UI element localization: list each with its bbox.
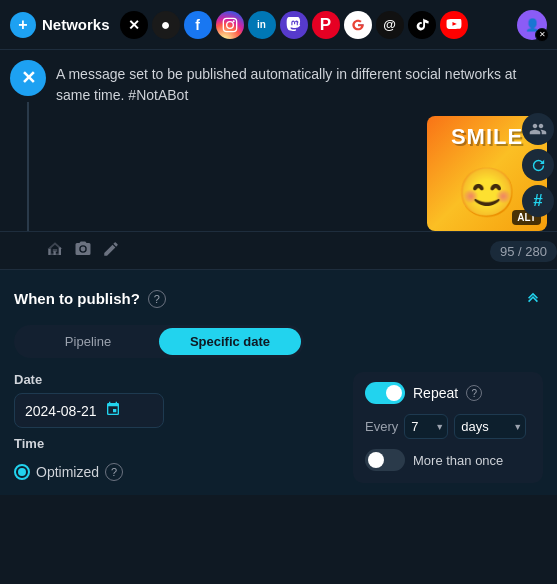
svg-rect-0 [223, 18, 236, 31]
date-field-group: Date 2024-08-21 [14, 372, 164, 428]
repeat-toggle-row: Repeat ? [365, 382, 531, 404]
smile-image-title: SMILE [451, 124, 523, 150]
repeat-toggle[interactable] [365, 382, 405, 404]
repeat-section: Repeat ? Every 7 1 2 3 14 30 ▼ [353, 372, 543, 483]
network-icon-linkedin[interactable]: in [248, 11, 276, 39]
more-than-once-label: More than once [413, 453, 503, 468]
networks-label: Networks [42, 16, 110, 33]
every-num-select[interactable]: 7 1 2 3 14 30 [404, 414, 448, 439]
compose-message-text: A message set to be published automatica… [56, 60, 547, 110]
compose-toolbar: 95 / 280 [0, 231, 557, 269]
svg-rect-3 [48, 249, 50, 255]
svg-rect-4 [54, 251, 56, 255]
calendar-icon [105, 401, 121, 420]
publish-title: When to publish? [14, 290, 140, 307]
network-icon-pinterest[interactable]: P [312, 11, 340, 39]
publish-collapse-button[interactable] [523, 286, 543, 311]
compose-avatar: ✕ [10, 60, 46, 96]
more-than-once-toggle[interactable] [365, 449, 405, 471]
sidebar-people-button[interactable] [522, 113, 554, 145]
time-field-group: Time Optimized ? [14, 436, 164, 481]
publish-tab-toggle: Pipeline Specific date [14, 325, 304, 358]
more-than-once-knob [368, 452, 384, 468]
compose-main-content: A message set to be published automatica… [56, 60, 547, 231]
svg-point-2 [232, 20, 234, 22]
every-row: Every 7 1 2 3 14 30 ▼ days hours [365, 414, 531, 439]
right-sidebar: # [519, 105, 557, 225]
date-input[interactable]: 2024-08-21 [14, 393, 164, 428]
tab-pipeline[interactable]: Pipeline [17, 328, 159, 355]
user-avatar-wrap[interactable]: 👤 ✕ [517, 10, 547, 40]
date-time-row: Date 2024-08-21 Time Optimized ? [14, 372, 543, 483]
network-icons-list: ✕ ● f in P @ [120, 11, 511, 39]
every-unit-select-wrap: days hours weeks months ▼ [454, 414, 526, 439]
analytics-icon[interactable] [46, 240, 64, 263]
every-num-select-wrap: 7 1 2 3 14 30 ▼ [404, 414, 448, 439]
network-icon-youtube[interactable] [440, 11, 468, 39]
network-icon-facebook[interactable]: f [184, 11, 212, 39]
every-label: Every [365, 419, 398, 434]
compose-thread-line [27, 102, 29, 231]
smile-emoji: 😊 [457, 165, 517, 221]
time-label: Time [14, 436, 164, 451]
sidebar-refresh-button[interactable] [522, 149, 554, 181]
sidebar-hash-button[interactable]: # [522, 185, 554, 217]
date-value: 2024-08-21 [25, 403, 97, 419]
optimized-radio[interactable] [14, 464, 30, 480]
every-unit-select[interactable]: days hours weeks months [454, 414, 526, 439]
repeat-help-icon[interactable]: ? [466, 385, 482, 401]
compose-left-column: ✕ [10, 60, 46, 231]
publish-header: When to publish? ? [14, 286, 543, 311]
network-icon-mastodon[interactable] [280, 11, 308, 39]
network-icon-google[interactable] [344, 11, 372, 39]
network-icon-x[interactable]: ✕ [120, 11, 148, 39]
time-optimized-option: Optimized ? [14, 463, 164, 481]
network-icon-instagram[interactable] [216, 11, 244, 39]
svg-point-1 [226, 21, 233, 28]
avatar-x-badge: ✕ [535, 28, 549, 42]
repeat-toggle-knob [386, 385, 402, 401]
network-icon-threads[interactable]: @ [376, 11, 404, 39]
tab-specific-date[interactable]: Specific date [159, 328, 301, 355]
compose-area: ✕ A message set to be published automati… [0, 50, 557, 231]
svg-rect-5 [59, 248, 61, 256]
top-nav: + Networks ✕ ● f in P @ 👤 ✕ [0, 0, 557, 50]
publish-help-icon[interactable]: ? [148, 290, 166, 308]
add-network-button[interactable]: + [10, 12, 36, 38]
date-label: Date [14, 372, 164, 387]
optimized-help-icon[interactable]: ? [105, 463, 123, 481]
edit-icon[interactable] [102, 240, 120, 263]
network-icon-tiktok[interactable] [408, 11, 436, 39]
camera-icon[interactable] [74, 240, 92, 263]
repeat-label: Repeat [413, 385, 458, 401]
char-count-display: 95 / 280 [490, 241, 557, 262]
optimized-label: Optimized [36, 464, 99, 480]
network-icon-threads-dark[interactable]: ● [152, 11, 180, 39]
more-than-once-row: More than once [365, 449, 531, 471]
publish-section: When to publish? ? Pipeline Specific dat… [0, 270, 557, 495]
